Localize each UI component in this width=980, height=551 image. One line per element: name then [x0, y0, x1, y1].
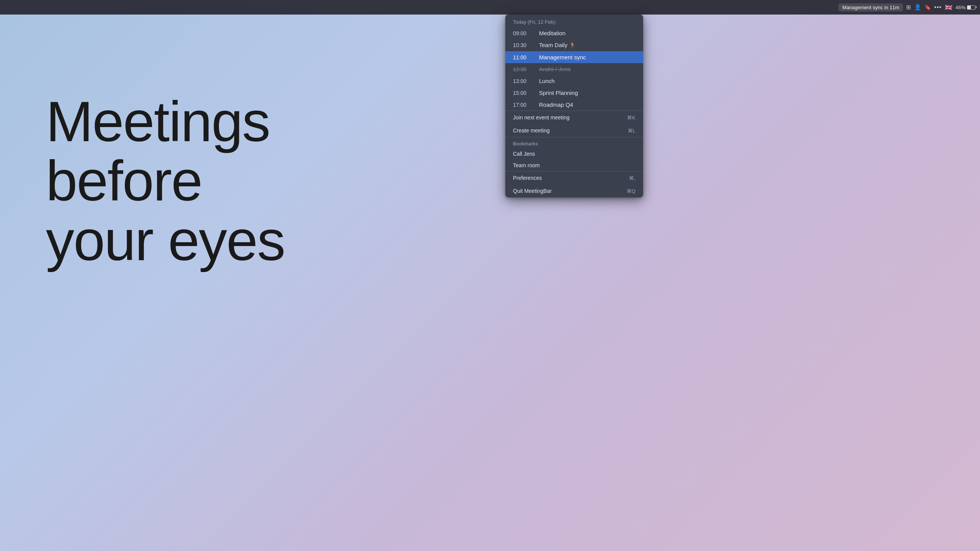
- hero-line3: your eyes: [46, 211, 285, 270]
- event-time: 11:00: [513, 54, 533, 60]
- event-row[interactable]: 10:30Team Daily 🏃: [505, 39, 643, 51]
- hero-text: Meetings before your eyes: [46, 92, 285, 270]
- event-time: 17:00: [513, 102, 533, 108]
- grid-icon-wrapper[interactable]: ⊞: [906, 4, 911, 11]
- event-title: Roadmap Q4: [539, 101, 635, 108]
- footer-section: Preferences⌘,Quit MeetingBar⌘Q: [505, 171, 643, 197]
- dots-icon: •••: [934, 4, 942, 11]
- event-time: 09:00: [513, 30, 533, 36]
- action-shortcut: ⌘K: [627, 115, 635, 121]
- event-title: Team Daily 🏃: [539, 42, 635, 49]
- event-time: 15:00: [513, 90, 533, 96]
- bookmark-icon: 🔖: [924, 4, 931, 10]
- actions-section: Join next event meeting⌘KCreate meeting⌘…: [505, 111, 643, 137]
- flag-icon: 🇬🇧: [945, 4, 952, 11]
- event-row[interactable]: 12:30Andrii / Jens: [505, 63, 643, 75]
- footer-action-shortcut: ⌘,: [629, 175, 635, 181]
- action-shortcut: ⌘L: [628, 128, 635, 134]
- battery-fill: [967, 6, 971, 9]
- event-title: Lunch: [539, 78, 635, 84]
- event-title: Meditation: [539, 30, 635, 36]
- events-section: Today (Fri, 12 Feb): 09:00Meditation10:3…: [505, 15, 643, 111]
- event-row[interactable]: 17:00Roadmap Q4: [505, 99, 643, 111]
- event-row[interactable]: 11:00Management sync: [505, 51, 643, 63]
- event-title: Management sync: [539, 54, 635, 60]
- background: [0, 0, 980, 551]
- footer-action-row[interactable]: Preferences⌘,: [505, 171, 643, 184]
- bookmarks-header: Bookmarks: [505, 137, 643, 148]
- meetingbar-trigger[interactable]: Management sync in 11m: [838, 3, 903, 11]
- person-icon: 👤: [914, 4, 921, 11]
- footer-container: Preferences⌘,Quit MeetingBar⌘Q: [505, 171, 643, 197]
- battery-percent: 46%: [956, 5, 965, 10]
- event-row[interactable]: 15:00Sprint Planning: [505, 87, 643, 99]
- footer-action-row[interactable]: Quit MeetingBar⌘Q: [505, 184, 643, 197]
- menubar: Management sync in 11m ⊞ 👤 🔖 ••• 🇬🇧 46%: [0, 0, 980, 15]
- battery-icon: [967, 5, 975, 10]
- grid-icon: ⊞: [906, 4, 911, 11]
- hero-line2: before: [46, 151, 285, 210]
- meetingbar-label: Management sync in 11m: [842, 5, 899, 10]
- bookmark-row[interactable]: Call Jens: [505, 148, 643, 160]
- bookmark-icon-wrapper[interactable]: 🔖: [924, 4, 931, 10]
- hero-line1: Meetings: [46, 92, 285, 151]
- action-row[interactable]: Join next event meeting⌘K: [505, 111, 643, 124]
- dots-icon-wrapper[interactable]: •••: [934, 4, 942, 11]
- actions-container: Join next event meeting⌘KCreate meeting⌘…: [505, 111, 643, 137]
- battery-area: 46%: [956, 5, 975, 10]
- footer-action-label: Preferences: [513, 175, 542, 181]
- event-time: 10:30: [513, 42, 533, 48]
- events-container: 09:00Meditation10:30Team Daily 🏃11:00Man…: [505, 27, 643, 111]
- event-time: 13:00: [513, 78, 533, 84]
- action-label: Join next event meeting: [513, 114, 570, 121]
- date-header: Today (Fri, 12 Feb):: [505, 15, 643, 27]
- bookmark-label: Call Jens: [513, 151, 535, 157]
- action-label: Create meeting: [513, 127, 550, 134]
- bookmark-label: Team room: [513, 162, 540, 168]
- dropdown-menu: Today (Fri, 12 Feb): 09:00Meditation10:3…: [505, 15, 643, 197]
- bookmark-row[interactable]: Team room: [505, 160, 643, 171]
- bookmarks-container: Call JensTeam room: [505, 148, 643, 171]
- footer-action-shortcut: ⌘Q: [627, 188, 635, 194]
- footer-action-label: Quit MeetingBar: [513, 188, 552, 194]
- person-icon-wrapper[interactable]: 👤: [914, 4, 921, 11]
- event-time: 12:30: [513, 66, 533, 72]
- flag-wrapper: 🇬🇧: [945, 4, 952, 11]
- event-title: Sprint Planning: [539, 90, 635, 96]
- event-title: Andrii / Jens: [539, 66, 635, 72]
- bookmarks-section: Bookmarks Call JensTeam room: [505, 137, 643, 171]
- event-row[interactable]: 09:00Meditation: [505, 27, 643, 39]
- action-row[interactable]: Create meeting⌘L: [505, 124, 643, 137]
- event-row[interactable]: 13:00Lunch: [505, 75, 643, 87]
